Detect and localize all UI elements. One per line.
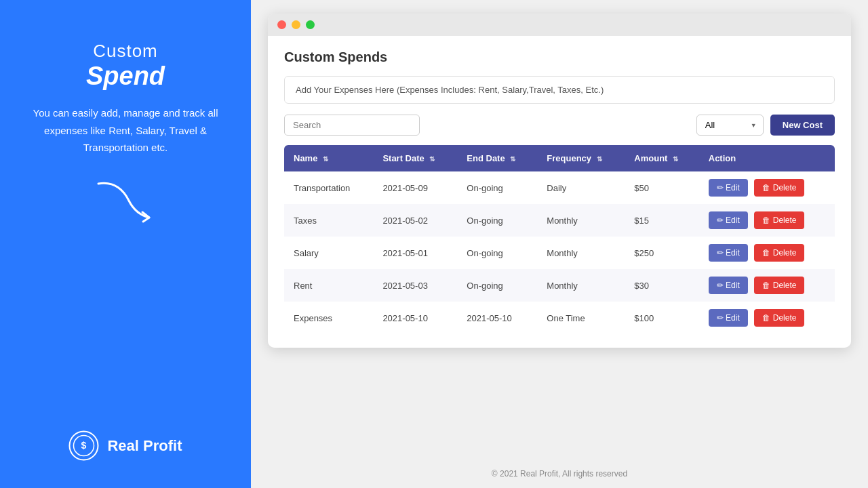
cell-frequency: Daily: [537, 171, 625, 204]
cell-start-date: 2021-05-01: [373, 237, 457, 269]
window-minimize-dot[interactable]: [292, 20, 300, 29]
left-description: You can easily add, manage and track all…: [20, 104, 231, 157]
expenses-table: Name ⇅ Start Date ⇅ End Date ⇅ Frequency…: [284, 145, 835, 334]
search-input[interactable]: [284, 115, 420, 136]
cell-amount: $100: [625, 302, 698, 334]
col-action: Action: [699, 145, 835, 171]
cell-action: ✏ Edit 🗑 Delete: [699, 269, 835, 302]
edit-button[interactable]: ✏ Edit: [709, 309, 748, 327]
cell-frequency: Monthly: [537, 237, 625, 269]
left-content: Custom Spend You can easily add, manage …: [20, 41, 231, 224]
cell-frequency: Monthly: [537, 269, 625, 302]
sort-freq-icon[interactable]: ⇅: [597, 155, 602, 163]
edit-button[interactable]: ✏ Edit: [709, 211, 748, 229]
cell-frequency: One Time: [537, 302, 625, 334]
brand-container: $ Real Profit: [68, 430, 182, 461]
col-name: Name ⇅: [284, 145, 373, 171]
cell-action: ✏ Edit 🗑 Delete: [699, 302, 835, 334]
cell-start-date: 2021-05-10: [373, 302, 457, 334]
cell-start-date: 2021-05-02: [373, 204, 457, 237]
table-row: Rent 2021-05-03 On-going Monthly $30 ✏ E…: [284, 269, 835, 302]
delete-button[interactable]: 🗑 Delete: [754, 244, 804, 262]
page-title: Custom Spends: [284, 49, 835, 65]
filter-select[interactable]: All Daily Monthly One Time: [696, 115, 764, 136]
sort-end-icon[interactable]: ⇅: [510, 155, 515, 163]
brand-logo-icon: $: [68, 430, 99, 461]
cell-end-date: On-going: [457, 269, 537, 302]
sort-start-icon[interactable]: ⇅: [429, 155, 435, 163]
arrow-icon: [92, 177, 159, 224]
cell-frequency: Monthly: [537, 204, 625, 237]
cell-start-date: 2021-05-03: [373, 269, 457, 302]
cell-amount: $15: [625, 204, 698, 237]
delete-button[interactable]: 🗑 Delete: [754, 179, 804, 197]
cell-action: ✏ Edit 🗑 Delete: [699, 204, 835, 237]
cell-name: Expenses: [284, 302, 373, 334]
delete-button[interactable]: 🗑 Delete: [754, 211, 804, 229]
svg-text:$: $: [81, 440, 87, 451]
window-body: Custom Spends Add Your Expenses Here (Ex…: [268, 36, 851, 348]
delete-button[interactable]: 🗑 Delete: [754, 309, 804, 327]
table-row: Salary 2021-05-01 On-going Monthly $250 …: [284, 237, 835, 269]
cell-amount: $30: [625, 269, 698, 302]
cell-start-date: 2021-05-09: [373, 171, 457, 204]
col-amount: Amount ⇅: [625, 145, 698, 171]
app-window: Custom Spends Add Your Expenses Here (Ex…: [268, 14, 851, 348]
new-cost-button[interactable]: New Cost: [770, 115, 835, 136]
cell-name: Rent: [284, 269, 373, 302]
table-row: Transportation 2021-05-09 On-going Daily…: [284, 171, 835, 204]
window-titlebar: [268, 14, 851, 36]
arrow-container: [92, 177, 159, 224]
cell-end-date: 2021-05-10: [457, 302, 537, 334]
cell-name: Taxes: [284, 204, 373, 237]
footer: © 2021 Real Profit, All rights reserved: [492, 469, 627, 479]
cell-name: Transportation: [284, 171, 373, 204]
table-row: Expenses 2021-05-10 2021-05-10 One Time …: [284, 302, 835, 334]
table-row: Taxes 2021-05-02 On-going Monthly $15 ✏ …: [284, 204, 835, 237]
window-maximize-dot[interactable]: [306, 20, 315, 29]
toolbar: All Daily Monthly One Time New Cost: [284, 115, 835, 136]
cell-action: ✏ Edit 🗑 Delete: [699, 171, 835, 204]
left-panel: Custom Spend You can easily add, manage …: [0, 0, 251, 488]
edit-button[interactable]: ✏ Edit: [709, 179, 748, 197]
edit-button[interactable]: ✏ Edit: [709, 277, 748, 294]
right-panel: Custom Spends Add Your Expenses Here (Ex…: [251, 0, 868, 488]
cell-end-date: On-going: [457, 171, 537, 204]
filter-wrapper: All Daily Monthly One Time: [696, 115, 764, 136]
col-frequency: Frequency ⇅: [537, 145, 625, 171]
cell-name: Salary: [284, 237, 373, 269]
col-end-date: End Date ⇅: [457, 145, 537, 171]
left-title-custom: Custom: [93, 41, 158, 62]
cell-end-date: On-going: [457, 237, 537, 269]
cell-amount: $50: [625, 171, 698, 204]
cell-action: ✏ Edit 🗑 Delete: [699, 237, 835, 269]
window-close-dot[interactable]: [277, 20, 286, 29]
col-start-date: Start Date ⇅: [373, 145, 457, 171]
toolbar-right: All Daily Monthly One Time New Cost: [696, 115, 835, 136]
cell-amount: $250: [625, 237, 698, 269]
info-banner: Add Your Expenses Here (Expenses Include…: [284, 76, 835, 104]
sort-name-icon[interactable]: ⇅: [323, 155, 328, 163]
table-header-row: Name ⇅ Start Date ⇅ End Date ⇅ Frequency…: [284, 145, 835, 171]
sort-amount-icon[interactable]: ⇅: [673, 155, 678, 163]
left-title-spend: Spend: [86, 62, 165, 91]
delete-button[interactable]: 🗑 Delete: [754, 277, 804, 294]
edit-button[interactable]: ✏ Edit: [709, 244, 748, 262]
cell-end-date: On-going: [457, 204, 537, 237]
brand-name: Real Profit: [107, 437, 182, 455]
